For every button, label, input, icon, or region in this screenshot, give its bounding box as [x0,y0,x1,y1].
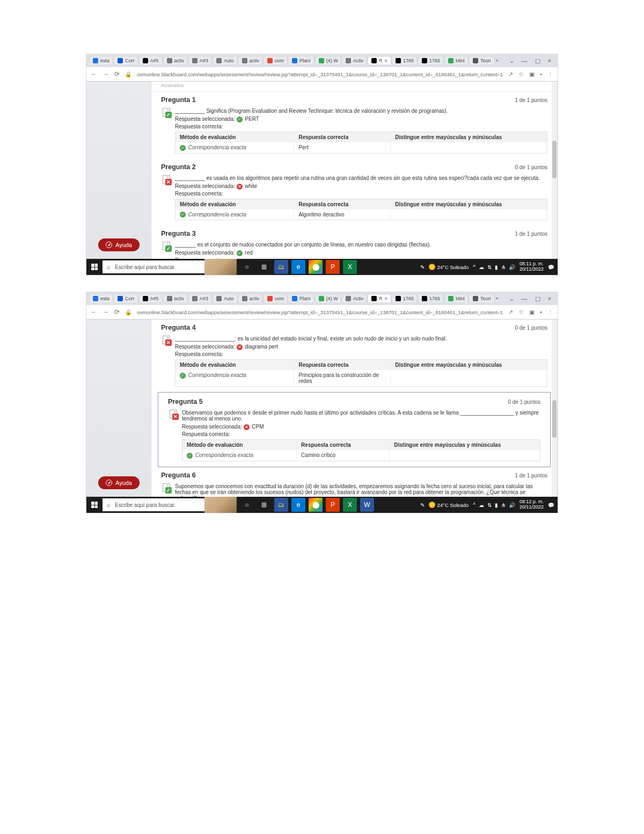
minimize-button[interactable]: — [522,57,528,64]
file-explorer-icon[interactable]: 🗂 [274,260,288,274]
back-button[interactable]: ← [91,308,97,316]
help-button[interactable]: Ayuda [98,238,140,251]
chevron-down-icon[interactable]: ⌄ [509,295,514,302]
vol-icon[interactable]: 🔊 [509,502,515,508]
browser-tab[interactable]: activ [164,57,188,64]
cloud-icon[interactable]: ☁ [479,502,484,508]
wifi-icon[interactable]: ⋔ [501,502,506,508]
net-icon[interactable]: ⇅ [487,264,492,270]
p-app-icon[interactable]: P [326,260,340,274]
chevron-down-icon[interactable]: ⌄ [509,57,514,64]
browser-tab[interactable]: 1765 [419,295,444,302]
back-button[interactable]: ← [91,70,97,78]
reload-button[interactable]: ⟳ [114,308,120,316]
chat-icon[interactable]: 💬 [548,502,554,508]
ext-icon[interactable]: ▣ [529,309,535,316]
url-text[interactable]: uvmonline.blackboard.com/webapps/assessm… [137,309,503,315]
share-icon[interactable]: ↗ [508,309,513,316]
taskbar-search[interactable]: ⌕Escribe aquí para buscar. [103,498,204,511]
menu-icon[interactable]: ⋮ [547,309,553,316]
browser-tab[interactable]: 1765 [392,295,418,302]
share-icon[interactable]: ↗ [508,71,513,78]
minimize-button[interactable]: — [522,295,528,302]
excel-icon[interactable]: X [343,498,357,512]
browser-tab[interactable]: A#5 [140,295,163,302]
taskbar-search[interactable]: ⌕Escribe aquí para buscar. [103,260,204,273]
browser-tab[interactable]: activ [239,57,264,64]
scrollbar-thumb[interactable] [552,141,557,178]
cortana-icon[interactable]: ○ [240,260,254,274]
browser-tab[interactable]: PlanI [289,295,314,302]
browser-tab[interactable]: PlanI [289,57,314,64]
browser-tab[interactable]: (4) W [316,295,341,302]
browser-tab[interactable]: Activ [342,57,368,64]
browser-tab[interactable]: Teori [470,295,495,302]
browser-tab[interactable]: uvm [264,295,288,302]
vol-icon[interactable]: 🔊 [509,264,515,270]
browser-tab[interactable]: (4) W [316,57,341,64]
new-tab-button[interactable]: + [496,58,499,63]
star-icon[interactable]: ☆ [518,309,524,316]
star-icon[interactable]: ☆ [518,71,524,78]
up-icon[interactable]: ^ [473,502,475,508]
browser-tab[interactable]: activ [164,295,188,302]
forward-button[interactable]: → [103,308,109,316]
reload-button[interactable]: ⟳ [114,70,120,78]
clock[interactable]: 08:11 p. m.20/11/2022 [519,262,544,272]
browser-tab[interactable]: A#3 [189,295,212,302]
browser-tab[interactable]: Teori [470,57,495,64]
pen-icon[interactable]: ✎ [420,502,425,508]
browser-tab[interactable]: Activ [342,295,368,302]
browser-tab[interactable]: 1765 [419,57,444,64]
profile-icon[interactable]: • [540,71,542,78]
chrome-icon[interactable]: ⬤ [309,260,323,274]
scrollbar[interactable] [552,320,557,497]
batt-icon[interactable]: ▮ [495,502,498,508]
p-app-icon[interactable]: P [326,498,340,512]
browser-tab[interactable]: Auto [213,57,238,64]
edge-icon[interactable]: e [291,260,305,274]
clock[interactable]: 08:12 p. m.20/11/2022 [519,499,544,510]
tab-close-icon[interactable]: × [385,58,387,63]
start-button[interactable] [86,264,103,270]
tab-close-icon[interactable]: × [385,296,387,301]
batt-icon[interactable]: ▮ [495,264,498,270]
browser-tab[interactable]: Corr [114,57,138,64]
url-text[interactable]: uvmonline.blackboard.com/webapps/assessm… [137,71,503,77]
weather-widget[interactable]: 24°C Soleado [429,264,469,270]
close-window-button[interactable]: × [548,295,551,302]
maximize-button[interactable]: ▢ [535,295,540,302]
word-icon[interactable]: W [360,498,374,512]
browser-tab[interactable]: MinI [445,57,469,64]
task-view-icon[interactable]: ⊞ [257,260,271,274]
chat-icon[interactable]: 💬 [548,264,554,270]
scrollbar-thumb[interactable] [552,400,557,438]
browser-tab[interactable]: 1765 [392,57,418,64]
browser-tab[interactable]: Corr [114,295,138,302]
cloud-icon[interactable]: ☁ [479,264,484,270]
help-button[interactable]: Ayuda [98,476,140,489]
weather-widget[interactable]: 24°C Soleado [429,502,469,508]
edge-icon[interactable]: e [291,498,305,512]
net-icon[interactable]: ⇅ [487,502,492,508]
browser-tab[interactable]: A#5 [140,57,163,64]
scrollbar[interactable] [552,82,557,259]
browser-tab[interactable]: R× [368,295,391,302]
browser-tab[interactable]: activ [239,295,264,302]
cortana-icon[interactable]: ○ [240,498,254,512]
browser-tab[interactable]: MinI [445,295,469,302]
up-icon[interactable]: ^ [473,264,475,270]
menu-icon[interactable]: ⋮ [547,71,553,78]
browser-tab[interactable]: R× [368,57,391,64]
browser-tab[interactable]: esta [90,295,113,302]
task-view-icon[interactable]: ⊞ [257,498,271,512]
pen-icon[interactable]: ✎ [420,264,425,270]
browser-tab[interactable]: uvm [264,57,288,64]
ext-icon[interactable]: ▣ [529,71,535,78]
new-tab-button[interactable]: + [496,296,499,301]
profile-icon[interactable]: • [540,309,542,316]
file-explorer-icon[interactable]: 🗂 [274,498,288,512]
start-button[interactable] [86,502,103,508]
wifi-icon[interactable]: ⋔ [501,264,506,270]
excel-icon[interactable]: X [343,260,357,274]
